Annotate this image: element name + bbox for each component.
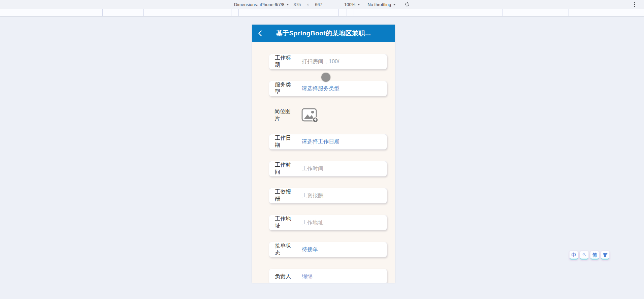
background-table-row — [0, 9, 644, 16]
chinese-char-widget-button[interactable]: 中 — [569, 251, 578, 260]
throttling-select[interactable]: No throttling — [367, 2, 396, 7]
form-row-4[interactable]: 工作日期 请选择工作日期 — [269, 134, 387, 150]
app-header: 基于SpringBoot的某地区兼职... — [252, 25, 395, 42]
field-label: 服务类型 — [275, 81, 296, 96]
form-row-9[interactable]: 负责人 绵绵 — [269, 269, 387, 283]
rotate-viewport-button[interactable] — [405, 2, 410, 7]
floating-extension-widgets: 中简 — [569, 251, 610, 260]
viewport-height-input[interactable]: 667 — [314, 2, 323, 7]
field-value: 工作地址 — [302, 219, 323, 226]
dimensions-group: Dimensions: iPhone 6/7/8 375 × 667 — [234, 2, 327, 7]
background-table-cell — [463, 9, 503, 16]
rotate-icon — [405, 2, 410, 7]
field-value: 打扫房间，100/ — [302, 58, 339, 65]
field-label: 工作时间 — [275, 162, 296, 176]
background-table-cell — [231, 9, 239, 16]
form-row-upload-3: 岗位图片 — [269, 108, 387, 123]
chevron-down-icon — [393, 4, 396, 5]
simplified-char-widget-button[interactable]: 简 — [590, 251, 599, 260]
back-button[interactable] — [256, 29, 265, 38]
device-name: iPhone 6/7/8 — [260, 2, 284, 7]
form-list: 工作标题 打扫房间，100/ 服务类型 请选择服务类型 岗位图片 工作日期 请选… — [252, 42, 395, 283]
form-row-5[interactable]: 工作时间 工作时间 — [269, 161, 387, 176]
field-value: 工资报酬 — [302, 192, 323, 199]
device-viewport: 基于SpringBoot的某地区兼职... 工作标题 打扫房间，100/ 服务类… — [252, 25, 395, 283]
field-value: 工作时间 — [302, 165, 323, 172]
kebab-dot — [634, 2, 635, 3]
field-value: 待接单 — [302, 246, 318, 253]
background-table-cell — [37, 9, 103, 16]
chevron-left-icon — [257, 30, 264, 37]
zoom-select[interactable]: 100% — [344, 2, 360, 7]
field-label: 接单状态 — [275, 242, 296, 257]
field-label: 工作标题 — [275, 55, 296, 69]
image-upload-icon — [301, 108, 318, 123]
background-table-cell — [103, 9, 144, 16]
devtools-device-toolbar: Dimensions: iPhone 6/7/8 375 × 667 100% … — [0, 0, 644, 9]
page-title: 基于SpringBoot的某地区兼职... — [276, 29, 371, 38]
devtools-more-options-button[interactable] — [631, 1, 637, 7]
field-value: 请选择工作日期 — [302, 138, 340, 145]
field-label: 工作地址 — [275, 215, 296, 230]
shirt-widget-button[interactable] — [601, 251, 610, 260]
throttling-label: No throttling — [367, 2, 391, 7]
form-row-7[interactable]: 工作地址 工作地址 — [269, 215, 387, 230]
background-table-cell — [144, 9, 231, 16]
background-table-cell — [569, 9, 644, 16]
background-table-cell — [246, 9, 339, 16]
background-table-cell — [239, 9, 246, 16]
background-table-cell — [503, 9, 569, 16]
background-table-cell — [347, 9, 354, 16]
chevron-down-icon — [357, 4, 360, 5]
dimensions-label: Dimensions: — [234, 2, 258, 7]
background-table-cell — [0, 9, 37, 16]
image-upload-button[interactable] — [301, 108, 318, 123]
field-value: 绵绵 — [302, 273, 313, 280]
form-row-8[interactable]: 接单状态 待接单 — [269, 242, 387, 257]
chinese-char-icon: 中 — [572, 253, 576, 257]
field-label: 岗位图片 — [275, 108, 296, 122]
form-row-6[interactable]: 工资报酬 工资报酬 — [269, 188, 387, 203]
viewport-width-input[interactable]: 375 — [292, 2, 302, 7]
form-row-2[interactable]: 服务类型 请选择服务类型 — [269, 81, 387, 96]
field-value: 请选择服务类型 — [302, 85, 340, 92]
form-row-1[interactable]: 工作标题 打扫房间，100/ — [269, 54, 387, 69]
field-label: 工资报酬 — [275, 189, 296, 203]
kebab-dot — [634, 6, 635, 7]
device-select[interactable]: iPhone 6/7/8 — [260, 2, 289, 7]
dots-icon — [582, 252, 587, 258]
shirt-icon — [602, 252, 608, 258]
field-label: 工作日期 — [275, 135, 296, 149]
chevron-down-icon — [286, 4, 289, 5]
zoom-level: 100% — [344, 2, 355, 7]
kebab-dot — [634, 4, 635, 5]
simplified-char-icon: 简 — [592, 253, 597, 257]
background-table-cell — [339, 9, 347, 16]
dimensions-multiply-sign: × — [307, 2, 309, 7]
field-label: 负责人 — [275, 273, 296, 280]
background-table-cell — [354, 9, 463, 16]
dots-widget-button[interactable] — [580, 251, 589, 260]
